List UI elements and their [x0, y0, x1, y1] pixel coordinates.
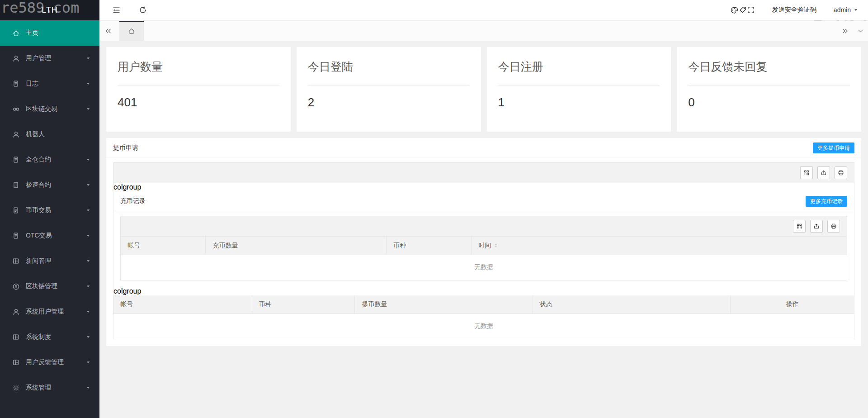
refresh-icon[interactable]: [139, 6, 147, 14]
table-empty-row: 无数据: [113, 314, 854, 339]
column-header-label: 币种: [259, 300, 272, 309]
stat-card-title: 用户数量: [118, 59, 279, 74]
gear-icon: [12, 384, 20, 392]
sidebar-item-label: OTC交易: [26, 232, 52, 240]
export-icon: [813, 223, 820, 229]
sidebar-item-11[interactable]: 系统用户管理: [0, 299, 99, 324]
panel-title: 提币申请: [113, 144, 138, 152]
sidebar-item-8[interactable]: OTC交易: [0, 223, 99, 248]
export-button[interactable]: [817, 166, 830, 179]
caret-down-icon: [86, 360, 90, 365]
sidebar-item-13[interactable]: 用户反馈管理: [0, 350, 99, 375]
main-content: 用户数量401今日登陆2今日注册1今日反馈未回复0 提币申请更多提币申请colg…: [99, 41, 868, 418]
column-header-label: 提币数量: [362, 300, 387, 309]
stat-card-divider: [688, 85, 850, 86]
chain-icon: [12, 105, 20, 113]
sidebar-item-label: 日志: [26, 80, 38, 88]
panel-header: 提币申请更多提币申请: [106, 138, 861, 158]
caret-down-icon: [86, 107, 90, 111]
sidebar-item-5[interactable]: 全仓合约: [0, 147, 99, 172]
panel-title: 充币记录: [120, 197, 146, 205]
stat-card-title: 今日反馈未回复: [688, 59, 850, 74]
collapse-menu-icon[interactable]: [112, 6, 121, 14]
sidebar: LTH 主页用户管理日志区块链交易机器人全仓合约极速合约币币交易OTC交易新闻管…: [0, 0, 99, 418]
caret-down-icon: [86, 81, 90, 86]
column-header-label: 时间: [478, 242, 491, 250]
stat-card-divider: [118, 85, 279, 86]
navbar-right: 发送安全验证码 admin: [730, 6, 858, 14]
theme-palette-icon[interactable]: [730, 6, 739, 14]
print-button[interactable]: [835, 166, 847, 179]
sidebar-item-9[interactable]: 新闻管理: [0, 248, 99, 274]
layout-icon: [12, 257, 20, 265]
user-menu[interactable]: admin: [834, 6, 858, 14]
stat-card-3: 今日反馈未回复0: [677, 47, 861, 132]
columns-filter-icon: [803, 170, 810, 176]
sidebar-item-label: 系统制度: [26, 333, 51, 341]
document-icon: [12, 181, 20, 189]
caret-down-icon: [86, 157, 90, 162]
stat-card-2: 今日注册1: [487, 47, 671, 132]
tab-scroll-right-button[interactable]: [837, 27, 853, 35]
sidebar-item-3[interactable]: 区块链交易: [0, 96, 99, 122]
column-header[interactable]: 时间: [472, 237, 847, 255]
tab-bar: [99, 21, 868, 41]
stat-card-divider: [498, 85, 660, 86]
dollar-circle-icon: [12, 283, 20, 290]
sidebar-item-label: 机器人: [26, 130, 45, 138]
sidebar-item-1[interactable]: 用户管理: [0, 46, 99, 71]
document-icon: [12, 80, 20, 87]
sidebar-item-7[interactable]: 币币交易: [0, 198, 99, 223]
more-button[interactable]: 更多提币申请: [813, 142, 854, 153]
panel-1: 充币记录更多充币记录帐号充币数量币种时间无数据: [113, 191, 854, 287]
sidebar-item-12[interactable]: 系统制度: [0, 324, 99, 350]
sort-icon[interactable]: [494, 242, 498, 249]
table-header-row: 帐号充币数量币种时间: [121, 237, 847, 255]
data-table: colgroup充币记录更多充币记录帐号充币数量币种时间无数据colgroup帐…: [113, 162, 854, 339]
stat-card-value: 1: [498, 95, 660, 109]
tab-scroll-left-button[interactable]: [99, 21, 117, 41]
caret-down-icon: [854, 8, 858, 12]
stat-card-title: 今日注册: [498, 59, 660, 74]
layout-icon: [12, 333, 20, 341]
user-icon: [12, 308, 20, 316]
caret-down-icon: [86, 284, 90, 289]
sidebar-item-0[interactable]: 主页: [0, 20, 99, 46]
column-header: 帐号: [121, 237, 206, 255]
tab-home[interactable]: [119, 21, 144, 41]
layout-icon: [12, 359, 20, 366]
column-header-label: 状态: [540, 300, 552, 309]
table-header-row: 帐号币种提币数量状态操作: [113, 295, 854, 314]
sidebar-item-label: 区块链交易: [26, 105, 57, 113]
sidebar-item-label: 极速合约: [26, 181, 51, 189]
export-button[interactable]: [810, 220, 823, 233]
sidebar-item-label: 系统管理: [26, 384, 51, 392]
stat-card-value: 0: [688, 95, 850, 109]
stat-card-1: 今日登陆2: [297, 47, 481, 132]
stat-cards-row: 用户数量401今日登陆2今日注册1今日反馈未回复0: [106, 47, 861, 132]
column-header: 提币数量: [355, 295, 533, 314]
stat-card-value: 401: [118, 95, 279, 109]
sidebar-item-label: 用户反馈管理: [26, 358, 64, 366]
sidebar-item-14[interactable]: 系统管理: [0, 375, 99, 400]
columns-filter-button[interactable]: [800, 166, 813, 179]
send-security-code-button[interactable]: 发送安全验证码: [772, 6, 816, 14]
tag-icon[interactable]: [739, 6, 747, 14]
caret-down-icon: [86, 233, 90, 238]
caret-down-icon: [86, 259, 90, 263]
print-button[interactable]: [827, 220, 840, 233]
sidebar-item-10[interactable]: 区块链管理: [0, 274, 99, 299]
tab-menu-button[interactable]: [853, 27, 868, 35]
tab-bar-spacer: [144, 21, 837, 41]
fullscreen-icon[interactable]: [747, 6, 755, 14]
table-toolbar: [113, 163, 854, 183]
caret-down-icon: [86, 56, 90, 61]
sidebar-item-4[interactable]: 机器人: [0, 122, 99, 147]
sidebar-item-6[interactable]: 极速合约: [0, 172, 99, 198]
more-button[interactable]: 更多充币记录: [806, 196, 847, 207]
sidebar-item-2[interactable]: 日志: [0, 71, 99, 96]
caret-down-icon: [86, 335, 90, 339]
caret-down-icon: [86, 208, 90, 213]
document-icon: [12, 232, 20, 239]
columns-filter-button[interactable]: [793, 220, 806, 233]
